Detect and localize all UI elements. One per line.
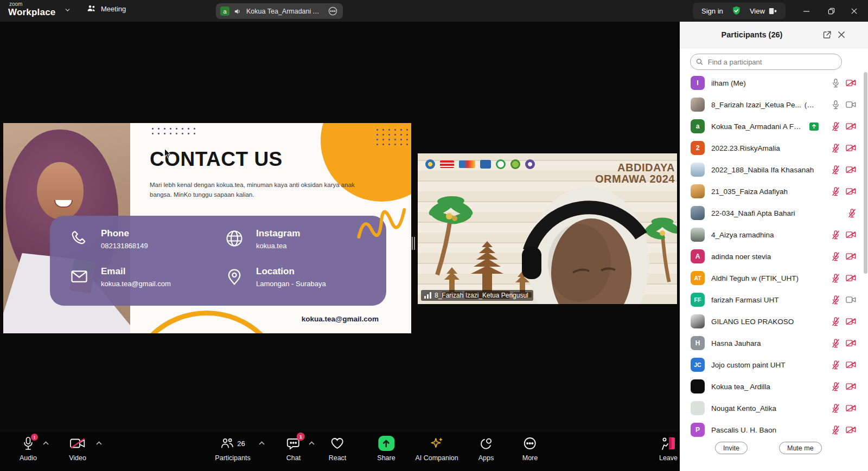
audio-options-caret[interactable]: [42, 441, 49, 446]
participants-header: Participants (26): [680, 22, 868, 48]
participant-name: 8_Farizah Izazi_Ketua Pe...(Host): [711, 101, 819, 109]
participant-status-icons: [832, 273, 856, 283]
leave-button[interactable]: Leave: [659, 436, 678, 462]
participants-options-caret[interactable]: [258, 441, 265, 446]
participant-row[interactable]: PPascalis U. H. Baon: [680, 419, 868, 441]
mute-me-button[interactable]: Mute me: [779, 442, 822, 454]
video-button[interactable]: Video: [69, 436, 86, 462]
dot-pattern: [150, 126, 196, 137]
screen-sharing-badge: [809, 122, 819, 131]
phone-icon: [69, 229, 89, 248]
participant-row[interactable]: 8_Farizah Izazi_Ketua Pe...(Host): [680, 94, 868, 115]
participant-row[interactable]: FFfarizah Farmasi UHT: [680, 289, 868, 311]
participant-name: adinda noer stevia: [711, 253, 771, 261]
participant-status-icons: [832, 165, 856, 175]
meeting-title-tab[interactable]: a Kokua Tea_Armadani A Firda: [216, 3, 343, 19]
participant-status-icons: [832, 317, 856, 326]
participant-row[interactable]: 22-034_Naafi Apta Bahari: [680, 202, 868, 224]
participants-button[interactable]: 26 Participants: [215, 436, 250, 462]
contact-label: Phone: [101, 229, 148, 238]
mic-muted-icon: [832, 403, 840, 413]
mic-muted-icon: [832, 338, 840, 348]
participant-row[interactable]: aKokua Tea_Armadani A Firda: [680, 115, 868, 137]
ai-companion-button[interactable]: AI Companion: [415, 436, 458, 462]
participant-row[interactable]: Nougat Kento_Atika: [680, 397, 868, 419]
video-off-icon: [846, 383, 856, 390]
contact-panel: Phone 082131868149 Instagram kokua.tea E…: [50, 216, 386, 306]
avatar: [691, 163, 705, 177]
video-off-icon: [846, 144, 856, 152]
avatar: H: [691, 336, 705, 350]
video-off-icon: [846, 404, 856, 412]
view-button[interactable]: View: [750, 7, 777, 15]
mic-muted-icon: [832, 186, 840, 196]
participant-name: farizah Farmasi UHT: [711, 296, 779, 304]
shield-check-icon[interactable]: [732, 6, 741, 16]
minimize-button[interactable]: [799, 4, 814, 17]
chat-button[interactable]: 1 Chat: [286, 436, 301, 462]
signal-bars-icon: [424, 292, 431, 299]
react-button[interactable]: React: [329, 436, 347, 462]
close-window-button[interactable]: [846, 4, 861, 17]
participant-row[interactable]: Kokua tea_ Ardilla: [680, 376, 868, 397]
participant-name: Kokua tea_ Ardilla: [711, 383, 770, 391]
participant-name: Aldhi Teguh w (FTIK_UHT): [711, 274, 799, 282]
participant-name: 4_Aizya ramadhina: [711, 231, 774, 239]
leave-icon: [661, 436, 676, 450]
more-icon: [523, 436, 537, 450]
tab-meeting[interactable]: Meeting: [87, 4, 126, 13]
chevron-down-icon[interactable]: [64, 7, 71, 14]
pop-out-icon[interactable]: [822, 30, 832, 40]
share-button[interactable]: Share: [377, 436, 395, 462]
participant-row[interactable]: GILANG LEO PRAKOSO: [680, 311, 868, 332]
audio-button[interactable]: ! Audio: [20, 436, 37, 462]
participant-row[interactable]: 2022_188_Nabila Ifa Khasanah: [680, 159, 868, 180]
contact-label: Instagram: [256, 229, 300, 238]
more-options-icon[interactable]: [328, 6, 338, 16]
slide-body-text: Mari lebh kenal dengan kokua.tea, minuma…: [150, 180, 366, 200]
audio-alert-badge: !: [31, 434, 38, 441]
participant-status-icons: [832, 403, 856, 413]
video-options-caret[interactable]: [95, 441, 103, 446]
search-participant[interactable]: [690, 54, 842, 70]
participant-list: Iilham (Me) 8_Farizah Izazi_Ketua Pe...(…: [680, 72, 868, 441]
participant-row[interactable]: JCJojo custom paint UHT: [680, 354, 868, 376]
view-layout-icon: [769, 8, 777, 15]
participant-row[interactable]: 22022.23.RiskyAmalia: [680, 137, 868, 159]
participant-row[interactable]: Aadinda noer stevia: [680, 246, 868, 267]
contact-value: 082131868149: [101, 242, 148, 250]
chat-options-caret[interactable]: [308, 441, 315, 446]
contact-value: kokua.tea: [256, 242, 300, 250]
avatar: [691, 184, 705, 198]
invite-button[interactable]: Invite: [715, 442, 748, 454]
scrollbar-thumb[interactable]: [864, 72, 867, 274]
panel-resize-handle[interactable]: [412, 237, 416, 250]
avatar: [691, 206, 705, 220]
mic-on-icon: [832, 78, 840, 88]
sign-in-button[interactable]: Sign in: [701, 7, 723, 15]
participant-row[interactable]: 4_Aizya ramadhina: [680, 224, 868, 246]
video-off-icon: [846, 79, 856, 87]
participant-status-icons: [832, 295, 856, 305]
close-panel-icon[interactable]: [838, 31, 845, 38]
participant-row[interactable]: 21_035_Faiza Adafiyah: [680, 180, 868, 202]
restore-button[interactable]: [824, 4, 839, 17]
search-input[interactable]: [707, 57, 836, 67]
participant-status-icons: [832, 100, 856, 109]
more-button[interactable]: More: [522, 436, 538, 462]
participant-name: Nougat Kento_Atika: [711, 404, 776, 412]
mic-muted-icon: [832, 251, 840, 261]
dot-pattern: [374, 127, 409, 148]
participant-name: 2022.23.RiskyAmalia: [711, 144, 780, 152]
contact-value: kokua.tea@gmail.com: [101, 280, 171, 288]
participant-row[interactable]: ATAldhi Teguh w (FTIK_UHT): [680, 267, 868, 289]
avatar: [691, 98, 705, 112]
meeting-stage: CONTACT US Mari lebh kenal dengan kokua.…: [0, 22, 680, 471]
video-off-icon: [846, 253, 856, 260]
avatar: AT: [691, 271, 705, 285]
apps-icon: [480, 437, 493, 450]
apps-button[interactable]: Apps: [478, 436, 494, 462]
participant-row[interactable]: Iilham (Me): [680, 72, 868, 94]
video-tile-host: ABDIDAYA ORMAWA 2024: [418, 153, 677, 304]
participant-row[interactable]: HHasna Jauhara: [680, 332, 868, 354]
